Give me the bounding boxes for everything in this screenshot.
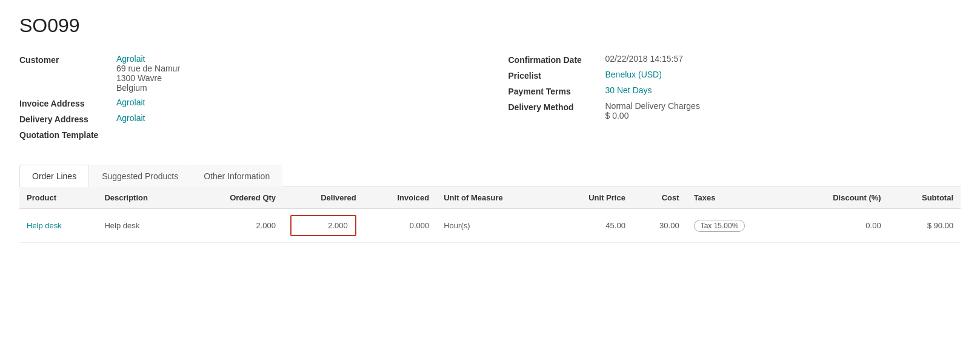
col-invoiced: Invoiced [364, 187, 436, 209]
payment-terms-label: Payment Terms [508, 85, 605, 96]
tab-other-information[interactable]: Other Information [191, 165, 282, 187]
delivery-method-value-block: Normal Delivery Charges $ 0.00 [605, 101, 700, 120]
payment-terms-field: Payment Terms 30 Net Days [508, 85, 961, 96]
cell-delivered: 2.000 [283, 209, 364, 243]
confirmation-date-label: Confirmation Date [508, 54, 605, 65]
col-product: Product [19, 187, 97, 209]
page-container: SO099 Customer Agrolait 69 rue de Namur … [0, 0, 980, 257]
cell-discount: 0.00 [790, 209, 888, 243]
quotation-template-field: Quotation Template [19, 129, 472, 140]
pricelist-link[interactable]: Benelux (USD) [605, 70, 662, 79]
delivery-address-link[interactable]: Agrolait [116, 113, 145, 123]
customer-address-line3: Belgium [116, 83, 180, 93]
cell-invoiced: 0.000 [364, 209, 436, 243]
customer-label: Customer [19, 54, 116, 65]
delivery-address-label: Delivery Address [19, 113, 116, 124]
cell-cost: 30.00 [633, 209, 687, 243]
delivery-method-field: Delivery Method Normal Delivery Charges … [508, 101, 961, 120]
table-header-row: Product Description Ordered Qty Delivere… [19, 187, 961, 209]
table-row: Help desk Help desk 2.000 2.000 0.000 Ho… [19, 209, 961, 243]
customer-value-block: Agrolait 69 rue de Namur 1300 Wavre Belg… [116, 54, 180, 93]
customer-link[interactable]: Agrolait [116, 54, 180, 64]
tabs: Order Lines Suggested Products Other Inf… [19, 164, 961, 186]
col-discount: Discount (%) [790, 187, 888, 209]
col-description: Description [97, 187, 188, 209]
col-delivered: Delivered [283, 187, 364, 209]
payment-terms-link[interactable]: 30 Net Days [605, 85, 652, 95]
tab-suggested-products[interactable]: Suggested Products [89, 165, 191, 187]
invoice-address-field: Invoice Address Agrolait [19, 97, 472, 108]
order-lines-table-wrapper: Product Description Ordered Qty Delivere… [19, 187, 961, 243]
invoice-address-label: Invoice Address [19, 97, 116, 108]
customer-field: Customer Agrolait 69 rue de Namur 1300 W… [19, 54, 472, 93]
confirmation-date-value: 02/22/2018 14:15:57 [605, 54, 683, 64]
col-ordered-qty: Ordered Qty [188, 187, 283, 209]
customer-address-line2: 1300 Wavre [116, 73, 180, 83]
col-taxes: Taxes [687, 187, 790, 209]
tabs-container: Order Lines Suggested Products Other Inf… [19, 164, 961, 187]
confirmation-date-field: Confirmation Date 02/22/2018 14:15:57 [508, 54, 961, 65]
pricelist-field: Pricelist Benelux (USD) [508, 70, 961, 81]
cell-subtotal: $ 90.00 [888, 209, 961, 243]
invoice-address-link[interactable]: Agrolait [116, 97, 145, 107]
cell-product[interactable]: Help desk [19, 209, 97, 243]
cell-description: Help desk [97, 209, 188, 243]
tab-order-lines[interactable]: Order Lines [19, 165, 89, 187]
form-right: Confirmation Date 02/22/2018 14:15:57 Pr… [508, 54, 961, 145]
quotation-template-label: Quotation Template [19, 129, 116, 140]
cell-ordered-qty: 2.000 [188, 209, 283, 243]
cell-unit-price: 45.00 [552, 209, 633, 243]
col-subtotal: Subtotal [888, 187, 961, 209]
cell-taxes: Tax 15.00% [687, 209, 790, 243]
tax-badge: Tax 15.00% [694, 220, 745, 232]
delivered-value: 2.000 [290, 215, 356, 236]
delivery-address-field: Delivery Address Agrolait [19, 113, 472, 124]
order-lines-table: Product Description Ordered Qty Delivere… [19, 187, 961, 243]
col-unit-of-measure: Unit of Measure [436, 187, 552, 209]
col-cost: Cost [633, 187, 687, 209]
delivery-cost: $ 0.00 [605, 111, 700, 120]
page-title: SO099 [19, 15, 961, 37]
form-left: Customer Agrolait 69 rue de Namur 1300 W… [19, 54, 472, 145]
pricelist-label: Pricelist [508, 70, 605, 81]
col-unit-price: Unit Price [552, 187, 633, 209]
delivery-method-label: Delivery Method [508, 101, 605, 112]
cell-unit-of-measure: Hour(s) [436, 209, 552, 243]
form-section: Customer Agrolait 69 rue de Namur 1300 W… [19, 54, 961, 145]
delivery-method-value: Normal Delivery Charges [605, 101, 700, 111]
customer-address-line1: 69 rue de Namur [116, 64, 180, 73]
